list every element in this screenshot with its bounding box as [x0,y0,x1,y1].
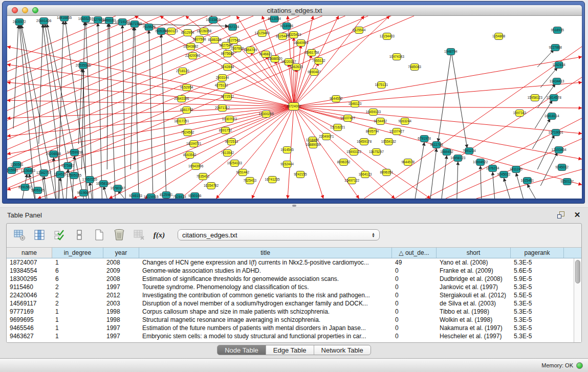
tab-network-table[interactable]: Network Table [314,345,371,355]
red-edge[interactable] [294,55,312,106]
black-edge[interactable] [481,166,482,199]
black-edge[interactable] [90,182,92,199]
graph-node[interactable]: 10974343 [389,54,405,60]
zoom-window-button[interactable] [32,7,38,13]
graph-node[interactable]: 2367608 [231,46,244,52]
graph-node[interactable]: 16459178 [357,139,372,145]
graph-node[interactable]: 8163542 [183,152,197,159]
black-edge[interactable] [161,34,166,199]
graph-node[interactable]: 8660123 [165,28,178,35]
graph-node[interactable]: 2405572 [13,19,26,26]
graph-node[interactable]: 16741235 [265,177,280,183]
graph-node[interactable]: 7955132 [312,58,325,64]
column-header-title[interactable]: title [139,248,392,258]
table-selector-dropdown[interactable]: citations_edges.txt ▲▼ [178,229,380,240]
graph-node[interactable]: 9245012 [555,164,569,171]
black-edge[interactable] [59,178,60,199]
graph-node[interactable]: 18300295 [259,111,274,118]
graph-node[interactable]: 9152444 [280,161,294,168]
graph-node[interactable]: 1811245 [510,166,522,173]
graph-node[interactable]: 4275122 [215,82,228,89]
select-columns-icon[interactable] [33,228,46,242]
black-edge[interactable] [452,55,467,148]
graph-node[interactable]: 16958123 [450,155,466,162]
graph-node[interactable]: 1597343 [513,110,527,117]
graph-node[interactable]: 9245022 [497,171,511,178]
column-header-out_degree[interactable]: △ out_de... [392,248,437,258]
red-edge[interactable] [294,82,582,106]
graph-node[interactable]: 7635412 [197,173,210,180]
graph-node[interactable]: 16671585 [127,21,142,28]
graph-node[interactable]: 1114519 [54,171,67,178]
graph-node[interactable]: 7613542 [221,150,234,157]
graph-node[interactable]: 22420046 [185,53,201,59]
red-edge[interactable] [7,16,185,91]
close-window-button[interactable] [12,7,18,13]
red-edge[interactable] [7,16,208,101]
graph-node[interactable]: 8125981 [160,192,173,199]
graph-node[interactable]: 9351442 [236,169,250,176]
graph-node[interactable]: 7528434 [173,194,186,199]
red-edge[interactable] [181,106,294,199]
graph-node[interactable]: 12342757 [36,170,52,177]
graph-node[interactable]: 9246153 [129,193,142,199]
graph-node[interactable]: 16780147 [111,185,126,192]
graph-node[interactable]: 16354782 [204,183,219,189]
graph-node[interactable]: 20671312 [215,105,230,112]
black-edge[interactable] [504,178,510,199]
black-edge[interactable] [438,55,451,142]
graph-node[interactable]: 8361752 [180,107,193,114]
graph-node[interactable]: 8495794 [366,128,379,135]
graph-node[interactable]: 9350166 [188,193,202,199]
table-row[interactable]: 946554611997Estimation of the future num… [7,324,574,332]
graph-node[interactable]: 20206536 [46,151,61,158]
graph-node[interactable]: 9350127 [560,179,574,185]
delete-table-icon[interactable] [133,228,146,242]
graph-node[interactable]: 9466162 [103,17,116,24]
new-table-icon[interactable] [93,228,106,242]
network-graph-svg[interactable]: 2405572206914061841685516655257152760294… [7,16,582,199]
graph-node[interactable]: 9242155 [294,171,307,178]
table-row[interactable]: 977716911998Corpus callosum shape and si… [7,308,574,316]
graph-node[interactable]: 16543996 [188,163,204,170]
delete-row-icon[interactable] [113,228,126,242]
float-panel-icon[interactable] [556,210,565,220]
graph-node[interactable]: 18416855 [57,16,72,21]
graph-node[interactable]: 9611786 [430,142,443,148]
black-edge[interactable] [493,172,495,199]
graph-node[interactable]: 7625413 [244,178,257,184]
table-row[interactable]: 1872400712008Changes of HCN gene express… [7,258,574,267]
vertical-scrollbar[interactable] [574,258,581,342]
graph-node[interactable]: 20535346 [76,62,91,69]
graph-node[interactable]: 16254133 [227,160,243,167]
black-edge[interactable] [39,24,43,144]
red-edge[interactable] [294,16,313,106]
graph-node[interactable]: 11675297 [369,149,384,156]
graph-node[interactable]: 10554132 [381,139,397,145]
table-row[interactable]: 2242004622012Investigating the contribut… [7,291,574,299]
graph-node[interactable]: 16033809 [206,17,221,24]
black-edge[interactable] [85,22,93,199]
graph-node[interactable]: 13216221 [330,124,345,131]
black-edge[interactable] [537,135,554,169]
black-edge[interactable] [44,176,47,199]
graph-node[interactable]: 10224915 [143,194,159,199]
column-header-pagerank[interactable]: pagerank [511,248,564,258]
graph-node[interactable]: 8125443 [276,33,289,40]
graph-node[interactable]: 1362615 [290,64,303,71]
graph-node[interactable]: 2718120 [176,68,189,75]
graph-node[interactable]: 15497122 [344,178,360,184]
black-edge[interactable] [532,119,550,149]
tab-node-table[interactable]: Node Table [217,345,266,355]
column-header-short[interactable]: short [437,248,511,258]
graph-node[interactable]: 11156863 [21,168,36,174]
graph-node[interactable]: 10694522 [473,159,488,166]
black-edge[interactable] [103,186,107,199]
table-row[interactable]: 946362711997Embryonic stem cells: a mode… [7,332,574,340]
table-row[interactable]: 1456911722003Disruption of a novel membe… [7,299,574,308]
graph-node[interactable]: 1948794 [444,49,458,55]
graph-node[interactable]: 17359928 [67,149,82,156]
graph-node[interactable]: 16543882 [183,43,199,50]
graph-node[interactable]: 6791978 [418,136,431,142]
graph-node[interactable]: 12103454 [552,147,567,154]
